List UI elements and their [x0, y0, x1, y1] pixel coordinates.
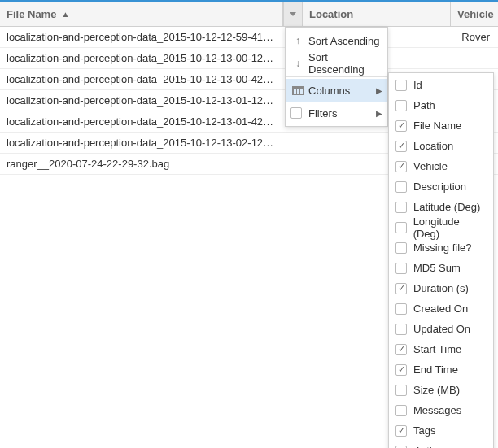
column-toggle-item[interactable]: Description [389, 176, 493, 197]
checkbox-icon [395, 222, 407, 233]
menu-label: Sort Ascending [305, 35, 382, 47]
menu-label: Filters [305, 107, 376, 120]
checkbox-icon [395, 303, 407, 315]
cell-file-name: localization-and-perception-data_2015-10… [0, 133, 283, 153]
checkbox-icon [395, 324, 407, 335]
checkbox-icon [395, 120, 407, 132]
column-header-location[interactable]: Location [303, 2, 451, 26]
checkbox-icon [290, 107, 305, 119]
checkbox-icon [395, 385, 407, 396]
column-toggle-item[interactable]: Latitude (Deg) [389, 197, 493, 217]
column-header-vehicle[interactable]: Vehicle [451, 2, 498, 26]
column-toggle-item[interactable]: Longitude (Deg) [389, 217, 493, 237]
column-toggle-label: Path [413, 99, 435, 111]
checkbox-icon [395, 161, 407, 172]
column-toggle-item[interactable]: Location [389, 136, 493, 156]
cell-file-name: localization-and-perception-data_2015-10… [0, 90, 283, 111]
column-toggle-item[interactable]: Duration (s) [389, 278, 493, 298]
chevron-right-icon: ▶ [376, 86, 382, 95]
cell-file-name: ranger__2020-07-24-22-29-32.bag [0, 154, 283, 174]
cell-vehicle [451, 48, 498, 68]
checkbox-icon [395, 100, 407, 111]
column-toggle-label: Missing file? [413, 241, 472, 254]
column-toggle-label: Id [413, 79, 422, 91]
column-toggle-label: Actions [413, 445, 448, 448]
checkbox-icon [395, 446, 407, 449]
column-toggle-item[interactable]: Size (MB) [389, 380, 493, 400]
column-toggle-label: Duration (s) [413, 282, 469, 294]
column-toggle-item[interactable]: Vehicle [389, 156, 493, 176]
column-header-menu: ↑ Sort Ascending ↓ Sort Descending Colum… [285, 27, 388, 127]
sort-asc-icon: ▲ [61, 2, 69, 26]
arrow-down-icon: ↓ [290, 58, 305, 69]
column-toggle-item[interactable]: Messages [389, 400, 493, 420]
column-toggle-label: Created On [413, 302, 468, 315]
cell-file-name: localization-and-perception-data_2015-10… [0, 48, 283, 68]
column-toggle-label: Messages [413, 404, 461, 416]
checkbox-icon [395, 242, 407, 254]
checkbox-icon [395, 202, 407, 213]
column-toggle-item[interactable]: Tags [389, 420, 493, 441]
column-toggle-item[interactable]: Created On [389, 298, 493, 319]
column-menu-trigger[interactable] [283, 2, 303, 26]
column-toggle-label: File Name [413, 120, 461, 132]
cell-file-name: localization-and-perception-data_2015-10… [0, 111, 283, 132]
menu-item-columns[interactable]: Columns ▶ [286, 79, 387, 102]
checkbox-icon [395, 141, 407, 152]
checkbox-icon [395, 283, 407, 294]
column-toggle-item[interactable]: Missing file? [389, 237, 493, 258]
column-toggle-item[interactable]: Updated On [389, 319, 493, 339]
column-toggle-label: Location [413, 140, 453, 152]
menu-item-sort-descending[interactable]: ↓ Sort Descending [286, 52, 387, 75]
checkbox-icon [395, 405, 407, 416]
column-toggle-label: Latitude (Deg) [413, 201, 480, 213]
checkbox-icon [395, 80, 407, 91]
menu-label: Columns [305, 85, 376, 97]
column-toggle-item[interactable]: Id [389, 75, 493, 95]
chevron-right-icon: ▶ [376, 109, 382, 118]
checkbox-icon [395, 425, 407, 437]
column-toggle-label: Tags [413, 424, 435, 437]
column-toggle-label: Longitude (Deg) [413, 215, 487, 240]
column-toggle-label: Vehicle [413, 160, 448, 172]
column-toggle-label: Size (MB) [413, 384, 460, 396]
column-header-label: Location [309, 2, 353, 26]
columns-submenu: IdPathFile NameLocationVehicleDescriptio… [388, 72, 494, 448]
menu-separator [286, 76, 387, 77]
column-toggle-item[interactable]: Path [389, 95, 493, 115]
column-header-label: File Name [7, 2, 56, 26]
column-toggle-item[interactable]: Start Time [389, 339, 493, 359]
menu-item-sort-ascending[interactable]: ↑ Sort Ascending [286, 29, 387, 52]
cell-spacer [283, 154, 303, 174]
table-row[interactable]: localization-and-perception-data_2015-10… [0, 27, 498, 48]
table-row[interactable]: localization-and-perception-data_2015-10… [0, 48, 498, 69]
chevron-down-icon [290, 12, 296, 16]
checkbox-icon [395, 364, 407, 376]
column-toggle-item[interactable]: Actions [389, 441, 493, 448]
checkbox-icon [395, 263, 407, 274]
column-toggle-item[interactable]: End Time [389, 359, 493, 380]
cell-vehicle: Rover [451, 27, 498, 47]
arrow-up-icon: ↑ [290, 35, 305, 46]
column-header-file-name[interactable]: File Name ▲ [0, 2, 283, 26]
cell-file-name: localization-and-perception-data_2015-10… [0, 69, 283, 89]
column-toggle-label: Updated On [413, 323, 470, 335]
checkbox-icon [395, 181, 407, 193]
checkbox-icon [395, 344, 407, 355]
column-toggle-label: MD5 Sum [413, 262, 461, 274]
cell-file-name: localization-and-perception-data_2015-10… [0, 27, 283, 47]
column-toggle-label: Description [413, 181, 466, 193]
menu-label: Sort Descending [305, 51, 382, 76]
column-header-label: Vehicle [457, 2, 494, 26]
menu-item-filters[interactable]: Filters ▶ [286, 102, 387, 124]
cell-spacer [283, 133, 303, 153]
grid-header-row: File Name ▲ Location Vehicle [0, 2, 498, 27]
column-toggle-label: End Time [413, 363, 458, 376]
column-toggle-item[interactable]: MD5 Sum [389, 258, 493, 278]
column-toggle-label: Start Time [413, 343, 461, 355]
columns-icon [290, 86, 305, 95]
column-toggle-item[interactable]: File Name [389, 115, 493, 136]
